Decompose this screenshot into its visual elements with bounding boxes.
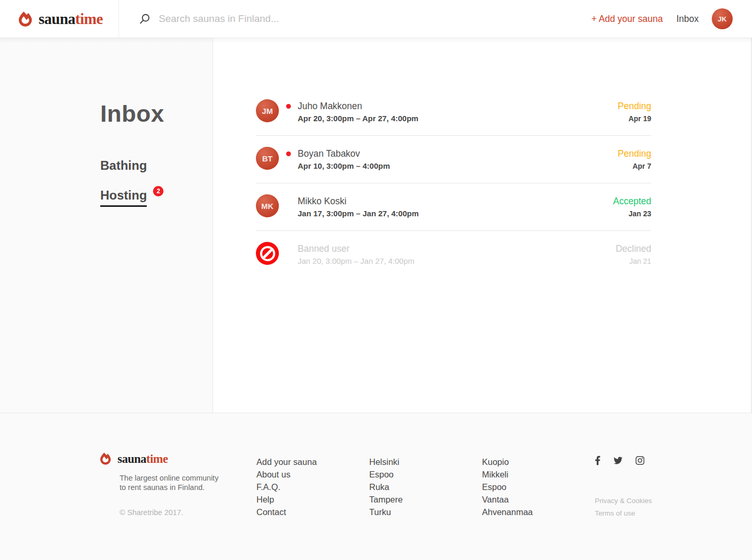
footer-cities-column-1: Helsinki Espoo Ruka Tampere Turku — [369, 452, 482, 560]
avatar-initials: BT — [262, 154, 273, 163]
banned-icon — [256, 242, 279, 265]
conversation-info: Juho Makkonen Apr 20, 3:00pm – Apr 27, 4… — [298, 99, 618, 125]
logo-part-sauna: sauna — [39, 10, 75, 27]
conversation-info: Mikko Koski Jan 17, 3:00pm – Jan 27, 4:0… — [298, 194, 613, 220]
footer-link-add-sauna[interactable]: Add your sauna — [256, 456, 369, 468]
footer-link-help[interactable]: Help — [256, 493, 369, 506]
logo[interactable]: saunatime — [0, 0, 119, 38]
unread-dot-col — [279, 242, 298, 251]
conversation-row[interactable]: Banned user Jan 20, 3:00pm – Jan 27, 4:0… — [256, 231, 651, 278]
conversation-row[interactable]: MK Mikko Koski Jan 17, 3:00pm – Jan 27, … — [256, 183, 651, 231]
footer-city-espoo2[interactable]: Espoo — [482, 481, 595, 493]
conversation-row[interactable]: BT Boyan Tabakov Apr 10, 3:00pm – 4:00pm… — [256, 136, 651, 183]
unread-dot-col — [279, 99, 298, 109]
footer-logo-wordmark: saunatime — [118, 453, 168, 465]
add-sauna-link[interactable]: + Add your sauna — [591, 14, 663, 25]
inbox-nav-link[interactable]: Inbox — [676, 14, 699, 25]
conversation-row[interactable]: JM Juho Makkonen Apr 20, 3:00pm – Apr 27… — [256, 99, 651, 136]
top-bar: saunatime + Add your sauna Inbox JK — [0, 0, 752, 38]
unread-count-badge: 2 — [153, 186, 163, 196]
facebook-icon[interactable] — [595, 456, 601, 465]
unread-dot — [286, 104, 291, 109]
conversation-name: Mikko Koski — [298, 195, 613, 207]
conversation-info: Boyan Tabakov Apr 10, 3:00pm – 4:00pm — [298, 147, 618, 172]
tab-hosting[interactable]: Hosting 2 — [100, 188, 213, 207]
conversation-meta: Pending Apr 19 — [618, 99, 651, 125]
tab-hosting-label: Hosting — [100, 188, 147, 207]
legal-links: Privacy & Cookies Terms of use — [595, 495, 652, 520]
inbox-sidebar: Inbox Bathing Hosting 2 — [0, 38, 213, 413]
content-area: Inbox Bathing Hosting 2 JM Juho Makkonen… — [0, 38, 752, 413]
conversation-meta: Accepted Jan 23 — [613, 194, 651, 220]
search-bar — [119, 0, 591, 38]
status-label: Pending — [618, 100, 651, 112]
tagline-line: The largest online community — [120, 473, 256, 483]
tab-bathing-label: Bathing — [100, 158, 147, 173]
avatar-initials: JM — [262, 107, 273, 115]
footer-city-turku[interactable]: Turku — [369, 506, 482, 518]
avatar: MK — [256, 194, 279, 217]
unread-dot-col — [279, 194, 298, 204]
tagline-line: to rent saunas in Finland. — [120, 483, 256, 492]
search-icon — [138, 13, 150, 25]
flame-icon — [19, 11, 32, 27]
copyright: © Sharetribe 2017. — [120, 508, 256, 517]
footer-city-espoo[interactable]: Espoo — [369, 468, 482, 481]
conversation-meta: Pending Apr 7 — [618, 147, 651, 173]
status-date: Jan 21 — [616, 255, 651, 268]
tab-bathing[interactable]: Bathing — [100, 158, 213, 173]
footer-city-ahvenanmaa[interactable]: Ahvenanmaa — [482, 506, 595, 518]
logo-part-time: time — [146, 452, 168, 465]
unread-dot-col — [279, 147, 298, 156]
status-label: Pending — [618, 147, 651, 160]
status-label: Declined — [616, 242, 651, 255]
footer-city-kuopio[interactable]: Kuopio — [482, 456, 595, 468]
user-avatar[interactable]: JK — [712, 8, 733, 29]
footer-link-faq[interactable]: F.A.Q. — [256, 481, 369, 493]
logo-part-time: time — [75, 10, 103, 27]
conversation-name: Juho Makkonen — [298, 100, 618, 112]
footer-city-tampere[interactable]: Tampere — [369, 493, 482, 506]
footer-city-vantaa[interactable]: Vantaa — [482, 493, 595, 506]
status-label: Accepted — [613, 195, 651, 207]
terms-link[interactable]: Terms of use — [595, 507, 652, 520]
header-nav: + Add your sauna Inbox JK — [591, 0, 752, 38]
status-date: Jan 23 — [613, 207, 651, 220]
conversation-list: JM Juho Makkonen Apr 20, 3:00pm – Apr 27… — [213, 38, 752, 413]
logo-part-sauna: sauna — [118, 452, 146, 465]
logo-wordmark: saunatime — [39, 11, 103, 27]
footer-city-ruka[interactable]: Ruka — [369, 481, 482, 493]
conversation-dates: Jan 17, 3:00pm – Jan 27, 4:00pm — [298, 207, 613, 220]
conversation-meta: Declined Jan 21 — [616, 242, 651, 268]
footer-logo[interactable]: saunatime — [100, 452, 256, 465]
avatar: BT — [256, 147, 279, 170]
footer-cities-column-2: Kuopio Mikkeli Espoo Vantaa Ahvenanmaa — [482, 452, 595, 560]
footer-tagline: The largest online community to rent sau… — [120, 473, 256, 492]
flame-icon — [100, 452, 111, 465]
footer-link-about[interactable]: About us — [256, 468, 369, 481]
footer: saunatime The largest online community t… — [0, 413, 752, 560]
status-date: Apr 7 — [618, 160, 651, 173]
conversation-dates: Apr 20, 3:00pm – Apr 27, 4:00pm — [298, 112, 618, 125]
social-links — [595, 456, 652, 465]
conversation-info: Banned user Jan 20, 3:00pm – Jan 27, 4:0… — [298, 242, 616, 267]
footer-right-column: Privacy & Cookies Terms of use — [595, 452, 652, 560]
twitter-icon[interactable] — [613, 456, 623, 465]
footer-links-column: Add your sauna About us F.A.Q. Help Cont… — [256, 452, 369, 560]
conversation-name: Boyan Tabakov — [298, 147, 618, 160]
privacy-link[interactable]: Privacy & Cookies — [595, 495, 652, 507]
unread-dot — [286, 151, 291, 156]
conversation-dates: Apr 10, 3:00pm – 4:00pm — [298, 160, 618, 172]
conversation-dates: Jan 20, 3:00pm – Jan 27, 4:00pm — [298, 255, 616, 267]
footer-link-contact[interactable]: Contact — [256, 506, 369, 518]
conversation-name: Banned user — [298, 242, 616, 255]
search-input[interactable] — [159, 13, 451, 25]
footer-brand: saunatime The largest online community t… — [100, 452, 256, 560]
footer-city-mikkeli[interactable]: Mikkeli — [482, 468, 595, 481]
avatar: JM — [256, 99, 279, 122]
footer-city-helsinki[interactable]: Helsinki — [369, 456, 482, 468]
avatar-initials: MK — [261, 202, 273, 211]
instagram-icon[interactable] — [636, 456, 644, 465]
page-title: Inbox — [100, 101, 213, 127]
status-date: Apr 19 — [618, 112, 651, 125]
